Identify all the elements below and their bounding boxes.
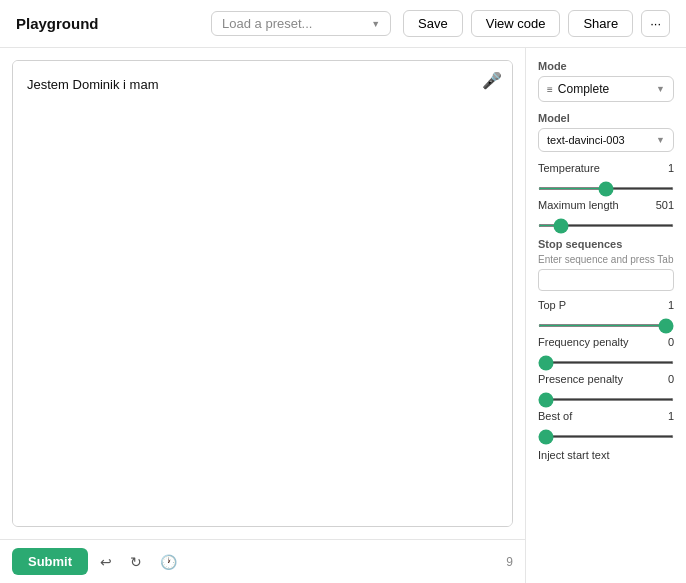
preset-placeholder: Load a preset...	[222, 16, 312, 31]
presence-penalty-slider-container	[538, 389, 674, 404]
sidebar: Mode ≡ Complete ▼ Model text-davinci-003…	[526, 48, 686, 583]
top-p-value: 1	[668, 299, 674, 311]
inject-start-label: Inject start text	[538, 449, 674, 461]
editor-input[interactable]: Jestem Dominik i mam	[13, 61, 512, 526]
mode-dropdown[interactable]: ≡ Complete ▼	[538, 76, 674, 102]
page-title: Playground	[16, 15, 99, 32]
submit-button[interactable]: Submit	[12, 548, 88, 575]
undo-button[interactable]: ↩	[94, 550, 118, 574]
model-value: text-davinci-003	[547, 134, 625, 146]
model-label: Model	[538, 112, 674, 124]
editor-wrapper: Jestem Dominik i mam 🎤	[12, 60, 513, 527]
presence-penalty-row: Presence penalty 0	[538, 373, 674, 385]
best-of-label: Best of	[538, 410, 572, 422]
mode-dropdown-left: ≡ Complete	[547, 82, 609, 96]
history-icon: 🕐	[160, 554, 177, 570]
mode-icon: ≡	[547, 84, 553, 95]
temperature-row: Temperature 1	[538, 162, 674, 174]
max-length-value: 501	[656, 199, 674, 211]
preset-select[interactable]: Load a preset... ▼	[211, 11, 391, 36]
save-button[interactable]: Save	[403, 10, 463, 37]
more-button[interactable]: ···	[641, 10, 670, 37]
redo-button[interactable]: ↻	[124, 550, 148, 574]
chevron-down-icon: ▼	[371, 19, 380, 29]
freq-penalty-label: Frequency penalty	[538, 336, 629, 348]
editor-area: Jestem Dominik i mam 🎤 Submit ↩ ↻ 🕐 9	[0, 48, 526, 583]
share-button[interactable]: Share	[568, 10, 633, 37]
temperature-slider[interactable]	[538, 187, 674, 190]
mode-label: Mode	[538, 60, 674, 72]
temperature-value: 1	[668, 162, 674, 174]
temperature-slider-container	[538, 178, 674, 193]
best-of-slider[interactable]	[538, 435, 674, 438]
header: Playground Load a preset... ▼ Save View …	[0, 0, 686, 48]
view-code-button[interactable]: View code	[471, 10, 561, 37]
microphone-icon[interactable]: 🎤	[482, 71, 502, 90]
top-p-label: Top P	[538, 299, 566, 311]
undo-icon: ↩	[100, 554, 112, 570]
presence-penalty-slider[interactable]	[538, 398, 674, 401]
editor-footer: Submit ↩ ↻ 🕐 9	[0, 539, 525, 583]
freq-penalty-slider[interactable]	[538, 361, 674, 364]
freq-penalty-row: Frequency penalty 0	[538, 336, 674, 348]
presence-penalty-value: 0	[668, 373, 674, 385]
top-p-slider-container	[538, 315, 674, 330]
max-length-slider[interactable]	[538, 224, 674, 227]
best-of-slider-container	[538, 426, 674, 441]
max-length-slider-container	[538, 215, 674, 230]
stop-sequences-label: Stop sequences	[538, 238, 674, 250]
chevron-down-icon: ▼	[656, 84, 665, 94]
best-of-row: Best of 1	[538, 410, 674, 422]
stop-sequences-input[interactable]	[538, 269, 674, 291]
top-p-row: Top P 1	[538, 299, 674, 311]
freq-penalty-slider-container	[538, 352, 674, 367]
header-buttons: Save View code Share ···	[403, 10, 670, 37]
max-length-label: Maximum length	[538, 199, 619, 211]
max-length-row: Maximum length 501	[538, 199, 674, 211]
temperature-label: Temperature	[538, 162, 600, 174]
mode-value: Complete	[558, 82, 609, 96]
presence-penalty-label: Presence penalty	[538, 373, 623, 385]
redo-icon: ↻	[130, 554, 142, 570]
history-button[interactable]: 🕐	[154, 550, 183, 574]
top-p-slider[interactable]	[538, 324, 674, 327]
model-dropdown[interactable]: text-davinci-003 ▼	[538, 128, 674, 152]
stop-sequences-hint: Enter sequence and press Tab	[538, 254, 674, 265]
main-layout: Jestem Dominik i mam 🎤 Submit ↩ ↻ 🕐 9 Mo…	[0, 48, 686, 583]
char-counter: 9	[506, 555, 513, 569]
freq-penalty-value: 0	[668, 336, 674, 348]
chevron-down-icon: ▼	[656, 135, 665, 145]
best-of-value: 1	[668, 410, 674, 422]
